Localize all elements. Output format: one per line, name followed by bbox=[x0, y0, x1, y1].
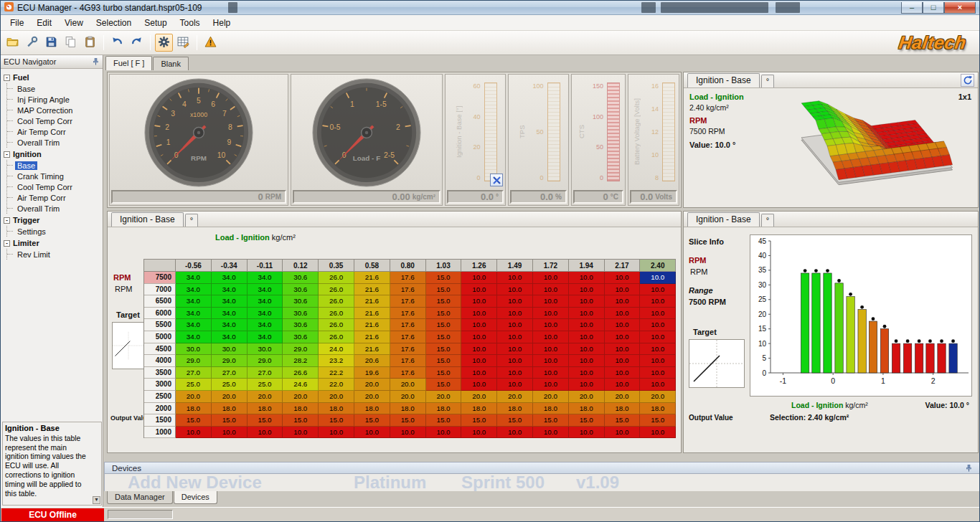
row-header-4000[interactable]: 4000 bbox=[144, 355, 176, 367]
map-cell-r7-c9[interactable]: 10.0 bbox=[497, 355, 533, 367]
row-header-7500[interactable]: 7500 bbox=[144, 272, 176, 284]
collapse-icon[interactable]: - bbox=[4, 151, 10, 158]
map-cell-r3-c1[interactable]: 34.0 bbox=[212, 308, 248, 320]
row-header-2000[interactable]: 2000 bbox=[144, 403, 176, 415]
map-cell-r2-c3[interactable]: 30.6 bbox=[283, 295, 319, 308]
map-cell-r11-c7[interactable]: 18.0 bbox=[426, 403, 462, 415]
map-cell-r11-c4[interactable]: 18.0 bbox=[319, 403, 354, 415]
tab-fuel-f[interactable]: Fuel [ F ] bbox=[105, 56, 152, 70]
map-cell-r6-c11[interactable]: 10.0 bbox=[569, 343, 605, 356]
map-cell-r4-c2[interactable]: 34.0 bbox=[248, 319, 283, 331]
tree-item-fuel-air-temp-corr[interactable]: Air Temp Corr bbox=[7, 126, 101, 137]
map-cell-r4-c4[interactable]: 26.0 bbox=[319, 319, 354, 331]
map-cell-r13-c2[interactable]: 10.0 bbox=[248, 427, 283, 439]
tab-devices[interactable]: Devices bbox=[174, 491, 217, 504]
map-cell-r11-c2[interactable]: 18.0 bbox=[248, 403, 283, 415]
refresh-button[interactable] bbox=[961, 74, 974, 87]
tree-node-fuel[interactable]: -Fuel bbox=[4, 72, 101, 83]
map-cell-r0-c12[interactable]: 10.0 bbox=[605, 272, 641, 284]
paste-button[interactable] bbox=[81, 34, 99, 52]
row-header-5000[interactable]: 5000 bbox=[144, 331, 176, 343]
map-cell-r5-c4[interactable]: 26.0 bbox=[319, 331, 354, 343]
col-header-0.35[interactable]: 0.35 bbox=[319, 260, 354, 272]
tree-item-fuel-base[interactable]: Base bbox=[7, 83, 101, 94]
map-cell-r4-c8[interactable]: 10.0 bbox=[461, 319, 497, 331]
map-cell-r2-c12[interactable]: 10.0 bbox=[605, 295, 641, 308]
map-cell-r3-c8[interactable]: 10.0 bbox=[461, 308, 497, 320]
map-cell-r1-c2[interactable]: 34.0 bbox=[248, 284, 283, 296]
collapse-icon[interactable]: - bbox=[4, 240, 10, 247]
col-header-0.12[interactable]: 0.12 bbox=[283, 260, 319, 272]
map-cell-r7-c8[interactable]: 10.0 bbox=[461, 355, 497, 367]
map-cell-r12-c7[interactable]: 15.0 bbox=[426, 414, 462, 427]
map-cell-r11-c12[interactable]: 18.0 bbox=[605, 403, 641, 415]
map-cell-r5-c5[interactable]: 21.6 bbox=[354, 331, 390, 343]
map-cell-r5-c12[interactable]: 10.0 bbox=[605, 331, 641, 343]
map-cell-r10-c10[interactable]: 20.0 bbox=[533, 391, 569, 403]
map-cell-r3-c3[interactable]: 30.6 bbox=[283, 308, 319, 320]
tree-item-fuel-map-correction[interactable]: MAP Correction bbox=[7, 105, 101, 115]
map-cell-r1-c11[interactable]: 10.0 bbox=[569, 284, 605, 296]
map-cell-r2-c1[interactable]: 34.0 bbox=[212, 295, 248, 308]
map-cell-r5-c6[interactable]: 17.6 bbox=[390, 331, 426, 343]
map-cell-r3-c9[interactable]: 10.0 bbox=[497, 308, 533, 320]
map-cell-r6-c9[interactable]: 10.0 bbox=[497, 343, 533, 356]
row-header-2500[interactable]: 2500 bbox=[144, 391, 176, 403]
map-cell-r2-c6[interactable]: 17.6 bbox=[390, 295, 426, 308]
map-cell-r10-c9[interactable]: 20.0 bbox=[497, 391, 533, 403]
map-cell-r5-c8[interactable]: 10.0 bbox=[461, 331, 497, 343]
map-cell-r12-c11[interactable]: 15.0 bbox=[569, 414, 605, 427]
map-cell-r11-c5[interactable]: 18.0 bbox=[354, 403, 390, 415]
tree-node-ignition[interactable]: -Ignition bbox=[4, 148, 101, 160]
tree-item-ignition-overall-trim[interactable]: Overall Trim bbox=[7, 203, 101, 214]
map-cell-r6-c6[interactable]: 17.6 bbox=[390, 343, 426, 356]
tree-item-ignition-air-temp-corr[interactable]: Air Temp Corr bbox=[7, 192, 101, 203]
map-cell-r9-c10[interactable]: 10.0 bbox=[533, 379, 569, 391]
map-cell-r4-c9[interactable]: 10.0 bbox=[497, 319, 533, 331]
tree-item-ignition-crank-timing[interactable]: Crank Timing bbox=[7, 171, 101, 181]
map-cell-r7-c7[interactable]: 15.0 bbox=[426, 355, 462, 367]
pin-icon[interactable] bbox=[965, 464, 973, 473]
map-cell-r6-c3[interactable]: 29.0 bbox=[283, 343, 319, 356]
map-cell-r3-c12[interactable]: 10.0 bbox=[605, 308, 641, 320]
col-header-2.17[interactable]: 2.17 bbox=[605, 260, 641, 272]
map-cell-r5-c11[interactable]: 10.0 bbox=[569, 331, 605, 343]
map-cell-r2-c13[interactable]: 10.0 bbox=[640, 295, 676, 308]
map-cell-r10-c3[interactable]: 20.0 bbox=[283, 391, 319, 403]
map-cell-r6-c12[interactable]: 10.0 bbox=[605, 343, 641, 356]
open-folder-button[interactable] bbox=[4, 34, 22, 52]
map-cell-r3-c13[interactable]: 10.0 bbox=[640, 308, 676, 320]
save-button[interactable] bbox=[42, 34, 60, 52]
map-cell-r13-c11[interactable]: 10.0 bbox=[569, 427, 605, 439]
map-cell-r8-c13[interactable]: 10.0 bbox=[640, 367, 676, 379]
map-cell-r5-c9[interactable]: 10.0 bbox=[497, 331, 533, 343]
map-cell-r3-c4[interactable]: 26.0 bbox=[319, 308, 354, 320]
row-header-6500[interactable]: 6500 bbox=[144, 295, 176, 308]
map-cell-r13-c12[interactable]: 10.0 bbox=[605, 427, 641, 439]
map-cell-r9-c5[interactable]: 20.0 bbox=[354, 379, 390, 391]
map-cell-r2-c10[interactable]: 10.0 bbox=[533, 295, 569, 308]
map-cell-r6-c10[interactable]: 10.0 bbox=[533, 343, 569, 356]
map-cell-r8-c1[interactable]: 27.0 bbox=[212, 367, 248, 379]
map-cell-r7-c11[interactable]: 10.0 bbox=[569, 355, 605, 367]
row-header-1000[interactable]: 1000 bbox=[144, 427, 176, 439]
tree-node-limiter[interactable]: -Limiter bbox=[4, 237, 101, 249]
map-cell-r8-c7[interactable]: 15.0 bbox=[426, 367, 462, 379]
menu-file[interactable]: File bbox=[4, 15, 30, 30]
row-header-1500[interactable]: 1500 bbox=[144, 414, 176, 427]
col-header-0.80[interactable]: 0.80 bbox=[390, 260, 426, 272]
col-header-1.26[interactable]: 1.26 bbox=[461, 260, 497, 272]
tree-item-ignition-base[interactable]: Base bbox=[7, 160, 101, 171]
tree-item-ignition-cool-temp-corr[interactable]: Cool Temp Corr bbox=[7, 181, 101, 192]
map-cell-r10-c7[interactable]: 20.0 bbox=[426, 391, 462, 403]
map-cell-r9-c7[interactable]: 15.0 bbox=[426, 379, 462, 391]
copy-button[interactable] bbox=[62, 34, 80, 52]
map-cell-r1-c10[interactable]: 10.0 bbox=[533, 284, 569, 296]
map-cell-r10-c12[interactable]: 20.0 bbox=[605, 391, 641, 403]
map-cell-r2-c11[interactable]: 10.0 bbox=[569, 295, 605, 308]
map-cell-r6-c2[interactable]: 30.0 bbox=[248, 343, 283, 356]
map-cell-r13-c0[interactable]: 10.0 bbox=[176, 427, 212, 439]
map-cell-r8-c12[interactable]: 10.0 bbox=[605, 367, 641, 379]
map-cell-r5-c3[interactable]: 30.6 bbox=[283, 331, 319, 343]
tree-item-fuel-overall-trim[interactable]: Overall Trim bbox=[7, 137, 101, 148]
